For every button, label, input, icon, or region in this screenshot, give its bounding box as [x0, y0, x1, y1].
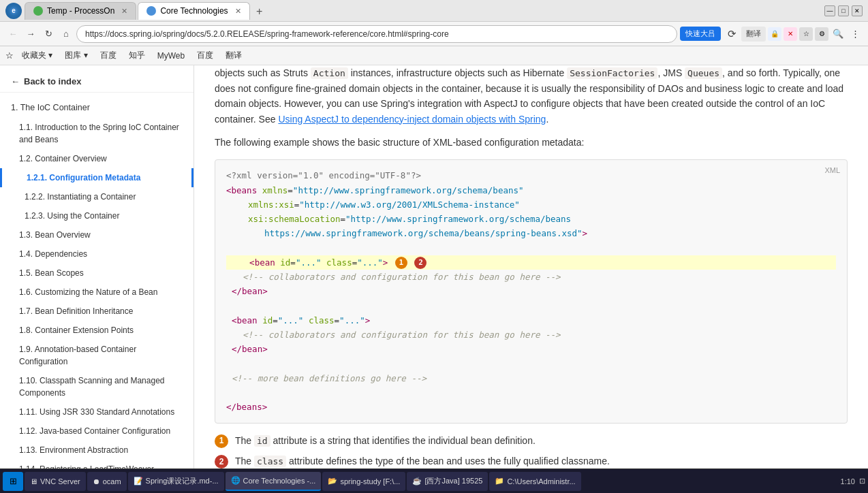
sidebar-item-config-metadata[interactable]: 1.2.1. Configuration Metadata: [0, 168, 193, 187]
home-button[interactable]: ⌂: [59, 27, 74, 42]
translate-button[interactable]: 翻译: [741, 27, 766, 42]
taskbar-core-tech[interactable]: 🌐 Core Technologies -...: [226, 472, 322, 491]
tab-processOn[interactable]: Temp - ProcessOn ✕: [25, 2, 136, 20]
extensions-button[interactable]: ⟳: [724, 27, 739, 42]
sidebar-item-loadtime-weaver[interactable]: 1.14. Registering a LoadTimeWeaver: [0, 460, 193, 468]
sidebar-item-classpath-scanning[interactable]: 1.10. Classpath Scanning and Managed Com…: [0, 371, 193, 402]
code-line-blank4: [226, 385, 836, 400]
tab-close-core[interactable]: ✕: [235, 7, 241, 16]
sidebar: ← Back to index 1. The IoC Container 1.1…: [0, 65, 194, 468]
taskbar-explorer-label: C:\Users\Administr...: [507, 477, 575, 486]
callout-code-class: class: [254, 456, 286, 467]
nav-bar: ← → ↻ ⌂ https://docs.spring.io/spring/do…: [0, 22, 868, 46]
taskbar-vnc-icon: 🖥: [30, 477, 37, 486]
forward-button[interactable]: →: [23, 27, 38, 42]
tab-core-technologies[interactable]: Core Technologies ✕: [138, 2, 249, 20]
taskbar-study-label: spring-study [F:\...: [340, 477, 400, 486]
sidebar-item-ioc[interactable]: 1. The IoC Container: [0, 98, 193, 118]
taskbar-java-label: [西方Java] 19525: [424, 476, 482, 486]
start-button[interactable]: ⊞: [3, 472, 23, 491]
code-line-bean2: <bean id="..." class="...">: [226, 313, 836, 328]
close-button[interactable]: ✕: [852, 5, 863, 16]
sidebar-item-container-overview[interactable]: 1.2. Container Overview: [0, 149, 193, 168]
sidebar-item-annotation-container[interactable]: 1.9. Annotation-based Container Configur…: [0, 340, 193, 371]
sidebar-item-java-config[interactable]: 1.12. Java-based Container Configuration: [0, 422, 193, 441]
tab-label-processOn: Temp - ProcessOn: [47, 6, 114, 16]
taskbar-java[interactable]: ☕ [西方Java] 19525: [407, 472, 488, 491]
code-line-blank1: [226, 241, 836, 255]
sidebar-item-instantiating[interactable]: 1.2.2. Instantiating a Container: [0, 187, 193, 206]
bookmarks-bar: ☆ 收藏夹 ▾ 图库 ▾ 百度 知乎 MyWeb 百度 翻译: [0, 46, 868, 65]
browser-logo: e: [5, 3, 22, 19]
taskbar-ocam[interactable]: ⏺ ocam: [87, 472, 127, 491]
bookmark-favorites[interactable]: 收藏夹 ▾: [18, 48, 57, 63]
minimize-button[interactable]: —: [824, 5, 835, 16]
sidebar-item-using-container[interactable]: 1.2.3. Using the Container: [0, 206, 193, 225]
code-block-xml: XML <?xml version="1.0" encoding="UTF-8"…: [215, 159, 848, 423]
ext-icon-4[interactable]: ⚙: [815, 27, 828, 41]
bookmark-translate[interactable]: 翻译: [221, 48, 246, 63]
sidebar-item-dependencies[interactable]: 1.4. Dependencies: [0, 244, 193, 264]
taskbar-explorer[interactable]: 📁 C:\Users\Administr...: [489, 472, 580, 491]
bookmark-zhihu[interactable]: 知乎: [125, 48, 149, 63]
callout-text-1: The id attribute is a string that identi…: [235, 433, 536, 449]
back-button[interactable]: ←: [5, 27, 20, 42]
title-bar-left: e Temp - ProcessOn ✕ Core Technologies ✕…: [5, 2, 824, 20]
bookmark-gallery[interactable]: 图库 ▾: [61, 48, 91, 63]
sidebar-item-bean-def-inherit[interactable]: 1.7. Bean Definition Inheritance: [0, 302, 193, 321]
taskbar-vnc[interactable]: 🖥 VNC Server: [25, 472, 86, 491]
sidebar-item-bean-overview[interactable]: 1.3. Bean Overview: [0, 225, 193, 244]
bookmarks-icon: ☆: [5, 50, 14, 61]
inline-code-action: Action: [311, 67, 348, 79]
tab-label-core: Core Technologies: [160, 6, 228, 16]
title-bar: e Temp - ProcessOn ✕ Core Technologies ✕…: [0, 0, 868, 22]
code-line-5: https://www.springframework.org/schema/b…: [226, 226, 836, 240]
sidebar-item-extension-points[interactable]: 1.8. Container Extension Points: [0, 321, 193, 340]
callout-badge-1: 1: [395, 257, 407, 269]
intro-paragraph: objects such as Struts Action instances,…: [215, 65, 848, 127]
bookmark-baidu[interactable]: 百度: [96, 48, 121, 63]
callout-text-2: The class attribute defines the type of …: [235, 454, 610, 468]
address-text: https://docs.spring.io/spring/docs/5.2.0…: [85, 29, 668, 39]
back-label: Back to index: [24, 76, 82, 86]
taskbar-right: 1:10 ⊡: [841, 477, 865, 486]
ext-icon-1[interactable]: 🔒: [768, 27, 781, 41]
code-line-comment2: <!-- collaborators and configuration for…: [226, 328, 836, 342]
code-line-beans-close: </beans>: [226, 400, 836, 414]
tab-close-processOn[interactable]: ✕: [121, 7, 127, 16]
bookmark-baidu2[interactable]: 百度: [193, 48, 217, 63]
sidebar-item-bean-scopes[interactable]: 1.5. Bean Scopes: [0, 264, 193, 283]
new-tab-button[interactable]: +: [251, 3, 268, 20]
sidebar-item-customizing[interactable]: 1.6. Customizing the Nature of a Bean: [0, 283, 193, 302]
code-line-more: <!-- more bean definitions go here -->: [226, 371, 836, 385]
search-button[interactable]: 🔍: [831, 27, 846, 42]
taskbar-study-icon: 📂: [328, 477, 337, 486]
ext-icon-3[interactable]: ☆: [799, 27, 813, 41]
menu-button[interactable]: ⋮: [848, 27, 863, 42]
active-indicator: [191, 168, 193, 187]
ext-icon-2[interactable]: ✕: [784, 27, 797, 41]
taskbar-vnc-label: VNC Server: [40, 477, 80, 486]
bookmark-myweb[interactable]: MyWeb: [153, 50, 189, 62]
taskbar-spring-study[interactable]: 📂 spring-study [F:\...: [322, 472, 405, 491]
callout-row-2: 2 The class attribute defines the type o…: [215, 454, 848, 468]
sidebar-item-jsr330[interactable]: 1.11. Using JSR 330 Standard Annotations: [0, 402, 193, 422]
fast-button[interactable]: 快速大吕: [680, 27, 721, 41]
back-to-index[interactable]: ← Back to index: [0, 71, 193, 93]
address-bar[interactable]: https://docs.spring.io/spring/docs/5.2.0…: [76, 25, 677, 43]
callout-number-2: 2: [215, 455, 228, 468]
taskbar-spring-notes[interactable]: 📝 Spring课设记录.md-...: [128, 472, 224, 491]
code-line-3: xmlns:xsi="http://www.w3.org/2001/XMLSch…: [226, 197, 836, 212]
show-desktop-button[interactable]: ⊡: [859, 477, 865, 486]
code-line-blank2: [226, 299, 836, 313]
maximize-button[interactable]: □: [838, 5, 849, 16]
sidebar-item-intro[interactable]: 1.1. Introduction to the Spring IoC Cont…: [0, 118, 193, 149]
callout-number-1: 1: [215, 434, 228, 448]
taskbar-core-label: Core Technologies -...: [243, 477, 316, 485]
refresh-button[interactable]: ↻: [41, 27, 56, 42]
taskbar-ocam-label: ocam: [103, 477, 121, 486]
code-line-bean2-close: </bean>: [226, 342, 836, 356]
aspectj-link[interactable]: Using AspectJ to dependency-inject domai…: [278, 114, 546, 125]
sidebar-item-env-abstraction[interactable]: 1.13. Environment Abstraction: [0, 441, 193, 460]
content-area[interactable]: objects such as Struts Action instances,…: [194, 65, 868, 468]
